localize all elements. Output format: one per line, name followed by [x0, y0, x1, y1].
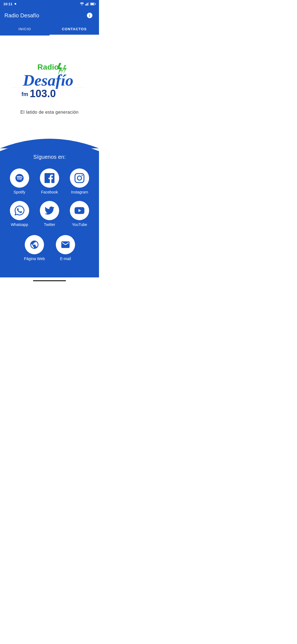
social-item-instagram[interactable]: Instagram: [67, 168, 92, 194]
logo-area: Radio Desafío fm 103.0 El latido de esta…: [0, 36, 99, 129]
tab-contactos[interactable]: CONTACTOS: [50, 23, 99, 35]
status-time: 10:11: [3, 2, 12, 6]
svg-point-0: [82, 5, 82, 6]
radio-logo: Radio Desafío fm 103.0: [6, 53, 94, 108]
web-icon-circle: [25, 235, 44, 254]
social-item-whatsapp[interactable]: Whatsapp: [7, 201, 32, 227]
facebook-icon-circle: [40, 168, 59, 188]
info-button[interactable]: [85, 10, 95, 20]
social-item-twitter[interactable]: Twitter: [37, 201, 62, 227]
twitter-icon-circle: [40, 201, 59, 220]
tagline: El latido de esta generación: [20, 110, 78, 115]
svg-rect-1: [85, 4, 86, 6]
whatsapp-icon-circle: [10, 201, 29, 220]
svg-rect-6: [91, 3, 94, 5]
twitter-icon: [45, 206, 54, 215]
social-grid-bottom: Página Web E-mail: [0, 235, 99, 266]
info-icon: [86, 12, 93, 19]
app-title: Radio Desafío: [4, 12, 39, 19]
svg-rect-2: [86, 4, 87, 6]
social-item-email[interactable]: E-mail: [56, 235, 75, 261]
svg-text:103.0: 103.0: [30, 88, 56, 99]
main-content: Radio Desafío fm 103.0 El latido de esta…: [0, 36, 99, 284]
status-bar: 10:11: [0, 0, 99, 8]
svg-text:fm: fm: [21, 91, 28, 97]
youtube-label: YouTube: [72, 222, 87, 227]
social-item-web[interactable]: Página Web: [24, 235, 45, 261]
follow-text: Síguenos en:: [0, 148, 99, 168]
email-icon: [61, 240, 70, 250]
tab-bar: INICIO CONTACTOS: [0, 23, 99, 36]
svg-rect-3: [87, 3, 88, 6]
youtube-icon: [75, 206, 84, 215]
svg-rect-4: [88, 2, 89, 6]
web-icon: [29, 240, 39, 250]
facebook-icon: [45, 173, 54, 183]
tab-inicio[interactable]: INICIO: [0, 23, 50, 35]
social-item-facebook[interactable]: Facebook: [37, 168, 62, 194]
instagram-icon-circle: [70, 168, 89, 188]
blue-section: Síguenos en: Spotify Facebook: [0, 129, 99, 277]
spotify-icon-circle: [10, 168, 29, 188]
social-item-youtube[interactable]: YouTube: [67, 201, 92, 227]
notification-dot: [15, 3, 16, 5]
social-grid: Spotify Facebook Instagram: [0, 168, 99, 235]
battery-icon: [90, 2, 96, 6]
spotify-label: Spotify: [13, 190, 25, 194]
whatsapp-label: Whatsapp: [11, 222, 28, 227]
email-icon-circle: [56, 235, 75, 254]
email-label: E-mail: [60, 256, 71, 261]
instagram-icon: [75, 173, 84, 183]
social-item-spotify[interactable]: Spotify: [7, 168, 32, 194]
wifi-icon: [80, 2, 84, 6]
youtube-icon-circle: [70, 201, 89, 220]
status-icons: [80, 2, 96, 6]
spotify-icon: [15, 173, 24, 183]
app-bar: Radio Desafío: [0, 8, 99, 23]
whatsapp-icon: [15, 206, 24, 215]
facebook-label: Facebook: [41, 190, 58, 194]
twitter-label: Twitter: [44, 222, 55, 227]
home-indicator[interactable]: [33, 280, 66, 281]
instagram-label: Instagram: [71, 190, 88, 194]
svg-text:Desafío: Desafío: [23, 71, 73, 89]
svg-rect-7: [95, 3, 96, 4]
bottom-bar: [0, 277, 99, 284]
svg-text:Radio: Radio: [37, 63, 59, 71]
signal-icon: [85, 2, 89, 6]
web-label: Página Web: [24, 256, 45, 261]
